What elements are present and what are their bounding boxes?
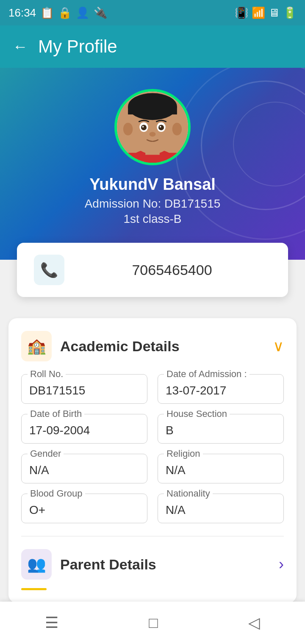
wifi-icon: 📶 xyxy=(252,6,265,19)
phone-icon: 📞 xyxy=(34,255,64,285)
field-house-section-value: B xyxy=(166,422,276,437)
svg-point-13 xyxy=(142,126,144,128)
nav-menu-icon[interactable]: ☰ xyxy=(45,614,58,632)
field-nationality-label: Nationality xyxy=(164,488,213,499)
nav-back-icon[interactable]: ◁ xyxy=(248,614,260,632)
field-date-of-birth-label: Date of Birth xyxy=(28,408,84,419)
svg-point-12 xyxy=(158,125,164,130)
parent-icon: 👥 xyxy=(27,555,46,573)
academic-details-header: 🏫 Academic Details ∨ xyxy=(21,331,284,361)
field-date-of-admission-value: 13-07-2017 xyxy=(166,382,276,397)
field-blood-group-value: O+ xyxy=(29,502,139,517)
avatar xyxy=(114,89,191,165)
main-content: 🏫 Academic Details ∨ Roll No. DB171515 D… xyxy=(0,305,305,616)
battery-icon: 🔋 xyxy=(283,6,297,19)
field-gender-label: Gender xyxy=(28,448,64,459)
academic-chevron-icon[interactable]: ∨ xyxy=(273,337,284,355)
profile-admission-no: Admission No: DB171515 xyxy=(85,197,221,211)
profile-name: YukundV Bansal xyxy=(89,175,216,194)
field-blood-group-label: Blood Group xyxy=(28,488,85,499)
svg-point-8 xyxy=(172,123,182,136)
field-religion: Religion N/A xyxy=(158,454,284,483)
academic-fields-grid: Roll No. DB171515 Date of Admission : 13… xyxy=(21,374,284,523)
nav-home-icon[interactable]: □ xyxy=(149,614,158,632)
svg-point-7 xyxy=(123,123,133,136)
page-title: My Profile xyxy=(38,36,117,57)
field-gender-value: N/A xyxy=(29,462,139,477)
field-date-of-admission: Date of Admission : 13-07-2017 xyxy=(158,374,284,404)
bottom-accent-line xyxy=(21,588,47,590)
parent-chevron-icon[interactable]: › xyxy=(279,555,284,573)
status-bar: 16:34 📋 🔒 👤 🔌 📳 📶 🖥 🔋 xyxy=(0,0,305,25)
svg-point-11 xyxy=(141,125,147,130)
academic-icon-box: 🏫 xyxy=(21,331,52,361)
vibrate-icon: 📳 xyxy=(235,6,248,19)
field-religion-label: Religion xyxy=(164,448,203,459)
field-gender: Gender N/A xyxy=(21,454,147,483)
field-roll-no-label: Roll No. xyxy=(28,369,66,380)
status-icon-2: 🔒 xyxy=(58,6,72,19)
parent-icon-box: 👥 xyxy=(21,549,52,580)
profile-header: YukundV Bansal Admission No: DB171515 1s… xyxy=(0,68,305,260)
status-icon-4: 🔌 xyxy=(94,6,107,19)
status-right: 📳 📶 🖥 🔋 xyxy=(235,6,297,19)
nav-bar: ☰ □ ◁ xyxy=(0,602,305,644)
field-religion-value: N/A xyxy=(166,462,276,477)
top-bar: ← My Profile xyxy=(0,25,305,68)
academic-icon: 🏫 xyxy=(27,337,46,355)
academic-section-title: Academic Details xyxy=(60,338,264,355)
field-roll-no-value: DB171515 xyxy=(29,382,139,397)
status-icon-3: 👤 xyxy=(76,6,89,19)
back-button[interactable]: ← xyxy=(13,39,28,54)
field-date-of-birth-value: 17-09-2004 xyxy=(29,422,139,437)
svg-point-14 xyxy=(160,126,161,128)
screen-icon: 🖥 xyxy=(269,6,280,19)
svg-rect-6 xyxy=(128,106,177,114)
status-time: 16:34 xyxy=(8,6,36,19)
field-blood-group: Blood Group O+ xyxy=(21,494,147,523)
profile-class: 1st class-B xyxy=(124,212,182,226)
field-roll-no: Roll No. DB171515 xyxy=(21,374,147,404)
field-date-of-admission-label: Date of Admission : xyxy=(164,369,250,380)
decorative-arc xyxy=(233,102,305,186)
section-divider xyxy=(21,536,284,536)
field-nationality: Nationality N/A xyxy=(158,494,284,523)
field-house-section: House Section B xyxy=(158,414,284,444)
phone-card: 📞 7065465400 xyxy=(17,243,288,297)
info-card: 🏫 Academic Details ∨ Roll No. DB171515 D… xyxy=(8,318,297,603)
parent-details-section[interactable]: 👥 Parent Details › xyxy=(21,549,284,580)
svg-point-15 xyxy=(150,132,156,136)
field-nationality-value: N/A xyxy=(166,502,276,517)
status-icon-1: 📋 xyxy=(40,6,54,19)
parent-section-title: Parent Details xyxy=(60,556,270,573)
phone-number: 7065465400 xyxy=(73,262,271,278)
field-date-of-birth: Date of Birth 17-09-2004 xyxy=(21,414,147,444)
status-left: 16:34 📋 🔒 👤 🔌 xyxy=(8,6,107,19)
field-house-section-label: House Section xyxy=(164,408,230,419)
